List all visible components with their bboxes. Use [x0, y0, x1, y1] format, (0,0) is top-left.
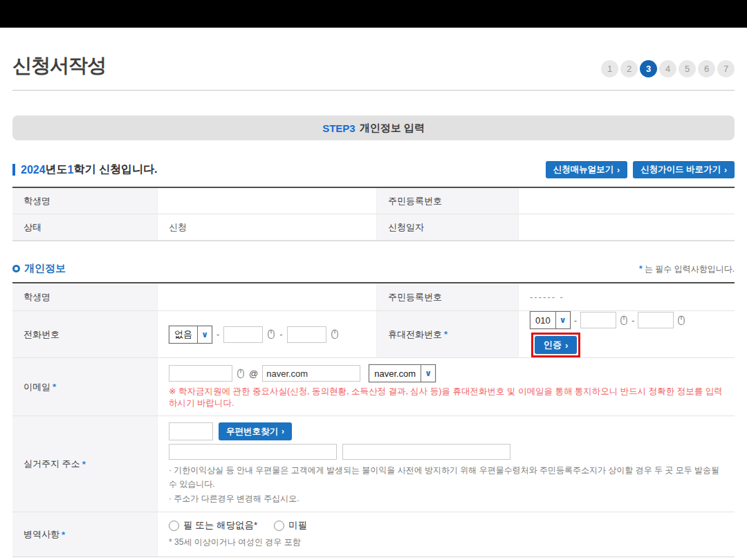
military-note: * 35세 이상이거나 여성인 경우 포함 — [169, 535, 301, 549]
phone-prefix-value: 없음 — [169, 326, 197, 343]
military-radio-group: 필 또는 해당없음* 미필 — [169, 519, 307, 532]
guide-button-label: 신청가이드 바로가기 — [640, 164, 721, 176]
address-notes: · 기한이익상실 등 안내 우편물은 고객에게 발생되는 불이익을 사전에 방지… — [169, 463, 723, 505]
personal-info-section-head: 개인정보 * 는 필수 입력사항입니다. — [12, 262, 735, 275]
phone-last-input[interactable] — [287, 326, 326, 343]
application-summary-table: 학생명 주민등록번호 상태 신청 신청일자 — [12, 187, 735, 241]
page-header: 신청서작성 1 2 3 4 5 6 7 — [12, 28, 735, 91]
address-controls: 우편번호찾기 › · 기한이익상실 등 안내 우편물은 고객에게 발생되는 불이… — [158, 416, 735, 512]
address-label-cell: 실거주지 주소* — [12, 416, 158, 512]
address-detail-input[interactable] — [342, 444, 510, 460]
step-6[interactable]: 6 — [698, 60, 715, 77]
secure-mouse-input-icon[interactable] — [620, 315, 628, 326]
email-id-input[interactable] — [169, 365, 232, 382]
mobile-prefix-value: 010 — [531, 312, 555, 328]
dash-separator: - — [631, 315, 634, 326]
student-name-value — [158, 283, 377, 311]
address-note-1: · 기한이익상실 등 안내 우편물은 고객에게 발생되는 불이익을 사전에 방지… — [169, 463, 723, 492]
summary-status-value: 신청 — [158, 214, 377, 241]
military-option-not-done[interactable]: 미필 — [274, 519, 307, 532]
step-1[interactable]: 1 — [601, 60, 618, 77]
summary-rrn-label: 주민등록번호 — [377, 188, 519, 214]
email-domain-select[interactable]: naver.com ∨ — [369, 364, 436, 382]
summary-student-name-label: 학생명 — [12, 188, 158, 214]
semester-notice: 2024년도 1학기 신청입니다. — [12, 162, 157, 177]
chevron-right-icon: › — [282, 427, 284, 436]
step-banner-stepno: STEP3 — [322, 122, 356, 134]
highlight-box: 인증 › — [531, 333, 580, 357]
email-warning-note: ※ 학자금지원에 관한 중요사실(신청, 동의현황, 소득산정 결과, 심사 등… — [169, 386, 723, 409]
dash-separator: - — [216, 329, 219, 339]
chevron-down-icon: ∨ — [421, 365, 435, 382]
required-note-text: 는 필수 입력사항입니다. — [643, 264, 735, 274]
top-button-row: 신청매뉴얼보기 › 신청가이드 바로가기 › — [546, 161, 735, 178]
circle-bullet-icon — [12, 265, 20, 272]
notice-term: 1 — [68, 164, 74, 176]
rrn-label: 주민등록번호 — [377, 283, 519, 311]
military-option-not-done-label: 미필 — [288, 519, 307, 532]
email-label-cell: 이메일* — [12, 358, 158, 416]
manual-button[interactable]: 신청매뉴얼보기 › — [546, 161, 628, 178]
address-base-input[interactable] — [169, 444, 337, 460]
zipcode-search-label: 우편번호찾기 — [226, 426, 278, 438]
required-star: * — [53, 382, 56, 392]
notice-mid: 년도 — [46, 162, 68, 177]
phone-mid-input[interactable] — [223, 326, 263, 343]
personal-info-heading: 개인정보 — [12, 262, 66, 275]
zipcode-input[interactable] — [169, 422, 213, 440]
secure-mouse-input-icon[interactable] — [267, 329, 275, 339]
step-indicator: 1 2 3 4 5 6 7 — [601, 60, 735, 79]
radio-icon[interactable] — [169, 521, 179, 531]
summary-apply-date-label: 신청일자 — [377, 214, 519, 241]
step-5[interactable]: 5 — [679, 60, 696, 77]
address-label: 실거주지 주소 — [24, 458, 80, 470]
mobile-label: 휴대전화번호 — [388, 328, 442, 341]
chevron-down-icon: ∨ — [555, 312, 570, 328]
summary-student-name-value — [158, 188, 377, 214]
summary-apply-date-value — [519, 214, 735, 241]
secure-mouse-input-icon[interactable] — [331, 329, 339, 339]
required-star: * — [62, 530, 65, 540]
military-option-done[interactable]: 필 또는 해당없음* — [169, 519, 257, 532]
summary-status-label: 상태 — [12, 214, 158, 241]
email-domain-input[interactable] — [262, 365, 360, 382]
personal-info-table: 학생명 주민등록번호 ------ - 전화번호 없음 ∨ - - 휴대전화번호… — [12, 282, 735, 557]
at-sign: @ — [249, 368, 258, 379]
page-title: 신청서작성 — [12, 53, 106, 79]
military-label: 병역사항 — [24, 528, 59, 541]
mobile-prefix-select[interactable]: 010 ∨ — [530, 311, 571, 329]
blue-bar-icon — [12, 164, 15, 176]
mobile-mid-input[interactable] — [580, 312, 616, 328]
address-note-2: · 주소가 다른경우 변경해 주십시오. — [169, 492, 723, 505]
step-7[interactable]: 7 — [717, 60, 735, 77]
step-3-active[interactable]: 3 — [640, 60, 657, 77]
mobile-last-input[interactable] — [638, 312, 674, 328]
required-star: * — [444, 329, 448, 339]
chevron-down-icon: ∨ — [197, 326, 212, 343]
guide-button[interactable]: 신청가이드 바로가기 › — [633, 161, 735, 178]
radio-icon[interactable] — [274, 521, 284, 531]
student-name-label: 학생명 — [12, 283, 158, 311]
summary-rrn-value — [519, 188, 735, 214]
phone-controls: 없음 ∨ - - — [158, 311, 377, 358]
phone-label: 전화번호 — [12, 311, 158, 358]
military-label-cell: 병역사항* — [12, 512, 158, 557]
notice-year: 2024 — [21, 164, 46, 176]
verify-button[interactable]: 인증 › — [535, 336, 577, 354]
secure-mouse-input-icon[interactable] — [677, 315, 685, 326]
email-controls: @ naver.com ∨ ※ 학자금지원에 관한 중요사실(신청, 동의현황,… — [158, 358, 735, 416]
mobile-controls: 010 ∨ - - 인증 › — [519, 311, 735, 358]
required-note: * 는 필수 입력사항입니다. — [639, 263, 735, 275]
step-4[interactable]: 4 — [659, 60, 676, 77]
chevron-right-icon: › — [565, 340, 568, 351]
rrn-masked-value: ------ - — [519, 283, 735, 311]
dash-separator: - — [574, 315, 577, 326]
manual-button-label: 신청매뉴얼보기 — [553, 164, 614, 176]
zipcode-search-button[interactable]: 우편번호찾기 › — [219, 422, 292, 440]
personal-info-heading-label: 개인정보 — [24, 262, 66, 275]
phone-prefix-select[interactable]: 없음 ∨ — [169, 326, 212, 344]
secure-mouse-input-icon[interactable] — [237, 368, 245, 379]
top-black-bar — [0, 0, 747, 28]
semester-notice-row: 2024년도 1학기 신청입니다. 신청매뉴얼보기 › 신청가이드 바로가기 › — [12, 161, 735, 178]
step-2[interactable]: 2 — [620, 60, 638, 77]
